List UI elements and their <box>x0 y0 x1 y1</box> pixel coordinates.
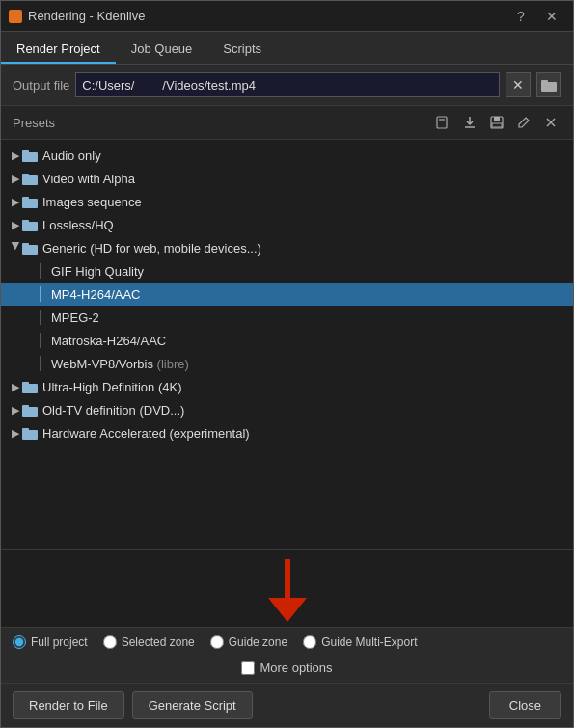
bottom-section: Full project Selected zone Guide zone Gu… <box>1 549 573 727</box>
render-to-file-button[interactable]: Render to File <box>13 691 124 719</box>
list-item[interactable]: WebM-VP8/Vorbis (libre) <box>1 352 573 375</box>
collapse-arrow: ▶ <box>9 196 22 208</box>
child-bar <box>40 286 41 302</box>
generate-script-button[interactable]: Generate Script <box>132 691 253 719</box>
radio-full-project[interactable]: Full project <box>13 635 88 649</box>
folder-icon <box>22 194 38 209</box>
list-item[interactable]: ▶ Generic (HD for web, mobile devices...… <box>1 236 573 259</box>
svg-rect-19 <box>22 243 29 247</box>
preset-item-label: Video with Alpha <box>42 172 135 186</box>
list-item[interactable]: Matroska-H264/AAC <box>1 329 573 352</box>
help-button[interactable]: ? <box>507 7 534 26</box>
child-bar <box>40 263 41 279</box>
list-item[interactable]: ▶ Audio only <box>1 144 573 167</box>
more-options-checkbox[interactable] <box>241 661 255 675</box>
list-item[interactable]: ▶ Ultra-High Definition (4K) <box>1 375 573 398</box>
list-item[interactable]: ▶ Old-TV definition (DVD...) <box>1 398 573 421</box>
child-indent <box>9 356 51 371</box>
edit-icon <box>516 115 532 130</box>
preset-item-label: Hardware Accelerated (experimental) <box>42 426 250 441</box>
button-left-group: Render to File Generate Script <box>13 691 253 719</box>
presets-label: Presets <box>13 116 55 130</box>
collapse-arrow: ▶ <box>9 219 22 231</box>
radio-guide-multi-export-label: Guide Multi-Export <box>321 635 417 649</box>
close-dialog-button[interactable]: Close <box>489 691 561 719</box>
radio-guide-multi-export[interactable]: Guide Multi-Export <box>303 635 417 649</box>
preset-edit-button[interactable] <box>513 112 534 133</box>
button-row: Render to File Generate Script Close <box>1 683 573 727</box>
svg-rect-11 <box>22 150 29 154</box>
radio-guide-zone-input[interactable] <box>210 635 224 649</box>
radio-guide-zone-label: Guide zone <box>229 635 287 649</box>
more-options-row: More options <box>1 657 573 683</box>
folder-icon <box>541 79 557 92</box>
output-file-input[interactable] <box>75 72 500 97</box>
presets-header: Presets <box>1 106 573 140</box>
more-options-checkbox-label[interactable]: More options <box>241 661 332 675</box>
svg-marker-27 <box>268 598 307 622</box>
titlebar-controls: ? ✕ <box>507 7 565 26</box>
child-indent <box>9 333 51 348</box>
svg-rect-13 <box>22 174 29 177</box>
list-item[interactable]: MPEG-2 <box>1 306 573 329</box>
radio-selected-zone-label: Selected zone <box>122 635 195 649</box>
svg-rect-25 <box>22 428 29 432</box>
preset-item-label: MP4-H264/AAC <box>51 287 140 302</box>
arrow-area <box>1 550 573 627</box>
presets-container: Presets <box>1 106 573 549</box>
collapse-arrow: ▶ <box>9 173 22 185</box>
preset-new-button[interactable] <box>432 112 453 133</box>
preset-delete-button[interactable] <box>540 112 561 133</box>
list-item[interactable]: ▶ Images sequence <box>1 190 573 213</box>
child-indent <box>9 286 51 302</box>
list-item[interactable]: ▶ Lossless/HQ <box>1 213 573 236</box>
titlebar: Rendering - Kdenlive ? ✕ <box>1 1 573 32</box>
svg-rect-15 <box>22 197 29 201</box>
clear-icon: ✕ <box>512 77 524 93</box>
preset-item-label: GIF High Quality <box>51 264 144 279</box>
collapse-arrow: ▶ <box>9 149 22 162</box>
list-item[interactable]: ▶ Hardware Accelerated (experimental) <box>1 421 573 445</box>
preset-item-label: Audio only <box>42 148 101 163</box>
tab-render-project[interactable]: Render Project <box>1 36 116 64</box>
folder-icon <box>22 148 38 163</box>
more-options-label: More options <box>260 661 332 675</box>
list-item[interactable]: GIF High Quality <box>1 259 573 283</box>
new-preset-icon <box>435 115 451 130</box>
folder-icon <box>22 379 38 394</box>
output-folder-button[interactable] <box>536 72 561 97</box>
child-bar <box>40 333 41 348</box>
red-arrow-icon <box>259 554 316 627</box>
tab-job-queue[interactable]: Job Queue <box>116 36 208 64</box>
radio-full-project-input[interactable] <box>13 635 26 649</box>
svg-rect-23 <box>22 405 29 409</box>
preset-download-button[interactable] <box>459 112 480 133</box>
list-item[interactable]: ▶ Video with Alpha <box>1 167 573 190</box>
radio-guide-zone[interactable]: Guide zone <box>210 635 287 649</box>
preset-save-button[interactable] <box>486 112 507 133</box>
close-window-button[interactable]: ✕ <box>538 7 565 26</box>
svg-rect-1 <box>541 80 548 84</box>
list-item[interactable]: MP4-H264/AAC <box>1 283 573 306</box>
collapse-arrow: ▶ <box>10 241 22 255</box>
folder-icon <box>22 171 38 186</box>
output-file-row: Output file ✕ <box>1 65 573 106</box>
radio-guide-multi-export-input[interactable] <box>303 635 316 649</box>
svg-rect-2 <box>437 117 447 128</box>
preset-item-label: Matroska-H264/AAC <box>51 334 166 348</box>
tab-scripts[interactable]: Scripts <box>207 36 277 64</box>
preset-item-label: Generic (HD for web, mobile devices...) <box>42 241 261 256</box>
titlebar-left: Rendering - Kdenlive <box>9 9 145 23</box>
radio-full-project-label: Full project <box>31 635 88 649</box>
collapse-arrow: ▶ <box>9 427 22 440</box>
svg-rect-21 <box>22 382 29 386</box>
folder-icon <box>22 402 38 418</box>
svg-rect-17 <box>22 220 29 224</box>
output-clear-button[interactable]: ✕ <box>506 72 531 97</box>
delete-icon <box>543 115 559 130</box>
child-bar <box>40 310 41 325</box>
preset-item-label: WebM-VP8/Vorbis (libre) <box>51 357 189 371</box>
collapse-arrow: ▶ <box>9 381 22 393</box>
radio-selected-zone[interactable]: Selected zone <box>103 635 195 649</box>
radio-selected-zone-input[interactable] <box>103 635 117 649</box>
